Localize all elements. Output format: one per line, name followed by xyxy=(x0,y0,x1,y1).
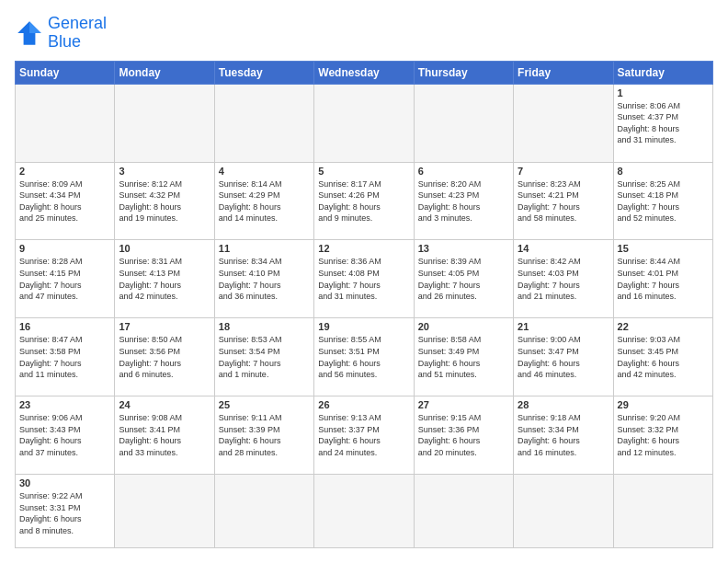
table-row: 18Sunrise: 8:53 AM Sunset: 3:54 PM Dayli… xyxy=(214,318,313,396)
table-row: 16Sunrise: 8:47 AM Sunset: 3:58 PM Dayli… xyxy=(16,318,115,396)
day-info: Sunrise: 8:50 AM Sunset: 3:56 PM Dayligh… xyxy=(119,334,210,380)
day-number: 7 xyxy=(518,166,609,177)
table-row: 27Sunrise: 9:15 AM Sunset: 3:36 PM Dayli… xyxy=(414,396,513,475)
day-info: Sunrise: 8:47 AM Sunset: 3:58 PM Dayligh… xyxy=(19,334,110,380)
day-number: 9 xyxy=(19,243,110,254)
table-row: 15Sunrise: 8:44 AM Sunset: 4:01 PM Dayli… xyxy=(613,240,712,318)
day-number: 20 xyxy=(418,321,509,332)
day-number: 22 xyxy=(618,321,709,332)
day-info: Sunrise: 8:28 AM Sunset: 4:15 PM Dayligh… xyxy=(19,256,110,302)
day-number: 10 xyxy=(119,243,210,254)
day-info: Sunrise: 9:03 AM Sunset: 3:45 PM Dayligh… xyxy=(618,334,709,380)
table-row: 1Sunrise: 8:06 AM Sunset: 4:37 PM Daylig… xyxy=(613,84,712,162)
table-row xyxy=(514,84,613,162)
day-number: 19 xyxy=(318,321,409,332)
day-info: Sunrise: 9:22 AM Sunset: 3:31 PM Dayligh… xyxy=(19,490,110,536)
table-row: 25Sunrise: 9:11 AM Sunset: 3:39 PM Dayli… xyxy=(214,396,313,475)
table-row: 9Sunrise: 8:28 AM Sunset: 4:15 PM Daylig… xyxy=(16,240,115,318)
day-info: Sunrise: 9:13 AM Sunset: 3:37 PM Dayligh… xyxy=(318,412,409,458)
day-number: 23 xyxy=(19,399,110,410)
table-row: 28Sunrise: 9:18 AM Sunset: 3:34 PM Dayli… xyxy=(514,396,613,475)
day-info: Sunrise: 9:08 AM Sunset: 3:41 PM Dayligh… xyxy=(119,412,210,458)
day-header-friday: Friday xyxy=(514,61,613,84)
day-info: Sunrise: 8:53 AM Sunset: 3:54 PM Dayligh… xyxy=(219,334,310,380)
svg-marker-1 xyxy=(29,21,41,33)
day-number: 11 xyxy=(219,243,310,254)
day-info: Sunrise: 8:25 AM Sunset: 4:18 PM Dayligh… xyxy=(618,178,709,224)
table-row: 12Sunrise: 8:36 AM Sunset: 4:08 PM Dayli… xyxy=(314,240,414,318)
table-row: 29Sunrise: 9:20 AM Sunset: 3:32 PM Dayli… xyxy=(613,396,712,475)
table-row: 30Sunrise: 9:22 AM Sunset: 3:31 PM Dayli… xyxy=(16,475,115,548)
logo-text: General Blue xyxy=(48,15,107,52)
day-info: Sunrise: 8:55 AM Sunset: 3:51 PM Dayligh… xyxy=(318,334,409,380)
table-row xyxy=(314,475,414,548)
table-row: 7Sunrise: 8:23 AM Sunset: 4:21 PM Daylig… xyxy=(514,162,613,240)
day-header-wednesday: Wednesday xyxy=(314,61,414,84)
day-info: Sunrise: 8:23 AM Sunset: 4:21 PM Dayligh… xyxy=(518,178,609,224)
table-row: 20Sunrise: 8:58 AM Sunset: 3:49 PM Dayli… xyxy=(414,318,513,396)
day-info: Sunrise: 8:12 AM Sunset: 4:32 PM Dayligh… xyxy=(119,178,210,224)
table-row xyxy=(514,475,613,548)
table-row: 13Sunrise: 8:39 AM Sunset: 4:05 PM Dayli… xyxy=(414,240,513,318)
day-number: 14 xyxy=(518,243,609,254)
table-row xyxy=(414,475,513,548)
day-number: 17 xyxy=(119,321,210,332)
day-info: Sunrise: 8:06 AM Sunset: 4:37 PM Dayligh… xyxy=(618,100,709,146)
table-row: 19Sunrise: 8:55 AM Sunset: 3:51 PM Dayli… xyxy=(314,318,414,396)
day-number: 5 xyxy=(318,166,409,177)
table-row: 10Sunrise: 8:31 AM Sunset: 4:13 PM Dayli… xyxy=(115,240,214,318)
day-header-thursday: Thursday xyxy=(414,61,513,84)
day-number: 2 xyxy=(19,166,110,177)
day-info: Sunrise: 8:39 AM Sunset: 4:05 PM Dayligh… xyxy=(418,256,509,302)
day-header-tuesday: Tuesday xyxy=(214,61,313,84)
day-info: Sunrise: 8:36 AM Sunset: 4:08 PM Dayligh… xyxy=(318,256,409,302)
table-row: 3Sunrise: 8:12 AM Sunset: 4:32 PM Daylig… xyxy=(115,162,214,240)
calendar-table: SundayMondayTuesdayWednesdayThursdayFrid… xyxy=(15,61,713,548)
day-info: Sunrise: 9:11 AM Sunset: 3:39 PM Dayligh… xyxy=(219,412,310,458)
table-row: 23Sunrise: 9:06 AM Sunset: 3:43 PM Dayli… xyxy=(16,396,115,475)
day-number: 28 xyxy=(518,399,609,410)
logo-icon xyxy=(15,18,44,48)
table-row: 26Sunrise: 9:13 AM Sunset: 3:37 PM Dayli… xyxy=(314,396,414,475)
table-row: 8Sunrise: 8:25 AM Sunset: 4:18 PM Daylig… xyxy=(613,162,712,240)
logo: General Blue xyxy=(15,15,107,52)
table-row xyxy=(314,84,414,162)
day-number: 4 xyxy=(219,166,310,177)
table-row: 22Sunrise: 9:03 AM Sunset: 3:45 PM Dayli… xyxy=(613,318,712,396)
table-row xyxy=(16,84,115,162)
day-info: Sunrise: 9:15 AM Sunset: 3:36 PM Dayligh… xyxy=(418,412,509,458)
table-row xyxy=(115,84,214,162)
day-number: 1 xyxy=(618,87,709,98)
day-info: Sunrise: 9:00 AM Sunset: 3:47 PM Dayligh… xyxy=(518,334,609,380)
day-info: Sunrise: 8:44 AM Sunset: 4:01 PM Dayligh… xyxy=(618,256,709,302)
table-row: 4Sunrise: 8:14 AM Sunset: 4:29 PM Daylig… xyxy=(214,162,313,240)
day-header-monday: Monday xyxy=(115,61,214,84)
day-info: Sunrise: 8:42 AM Sunset: 4:03 PM Dayligh… xyxy=(518,256,609,302)
table-row xyxy=(214,475,313,548)
table-row: 21Sunrise: 9:00 AM Sunset: 3:47 PM Dayli… xyxy=(514,318,613,396)
table-row xyxy=(214,84,313,162)
day-number: 26 xyxy=(318,399,409,410)
table-row xyxy=(115,475,214,548)
day-number: 3 xyxy=(119,166,210,177)
day-info: Sunrise: 8:31 AM Sunset: 4:13 PM Dayligh… xyxy=(119,256,210,302)
day-info: Sunrise: 9:20 AM Sunset: 3:32 PM Dayligh… xyxy=(618,412,709,458)
table-row: 17Sunrise: 8:50 AM Sunset: 3:56 PM Dayli… xyxy=(115,318,214,396)
day-info: Sunrise: 8:17 AM Sunset: 4:26 PM Dayligh… xyxy=(318,178,409,224)
day-info: Sunrise: 9:18 AM Sunset: 3:34 PM Dayligh… xyxy=(518,412,609,458)
day-header-saturday: Saturday xyxy=(613,61,712,84)
day-number: 24 xyxy=(119,399,210,410)
day-number: 6 xyxy=(418,166,509,177)
day-number: 12 xyxy=(318,243,409,254)
table-row: 2Sunrise: 8:09 AM Sunset: 4:34 PM Daylig… xyxy=(16,162,115,240)
table-row xyxy=(414,84,513,162)
day-info: Sunrise: 8:34 AM Sunset: 4:10 PM Dayligh… xyxy=(219,256,310,302)
table-row xyxy=(613,475,712,548)
day-number: 13 xyxy=(418,243,509,254)
day-number: 29 xyxy=(618,399,709,410)
day-number: 30 xyxy=(19,477,110,488)
table-row: 11Sunrise: 8:34 AM Sunset: 4:10 PM Dayli… xyxy=(214,240,313,318)
table-row: 5Sunrise: 8:17 AM Sunset: 4:26 PM Daylig… xyxy=(314,162,414,240)
day-number: 18 xyxy=(219,321,310,332)
day-number: 8 xyxy=(618,166,709,177)
